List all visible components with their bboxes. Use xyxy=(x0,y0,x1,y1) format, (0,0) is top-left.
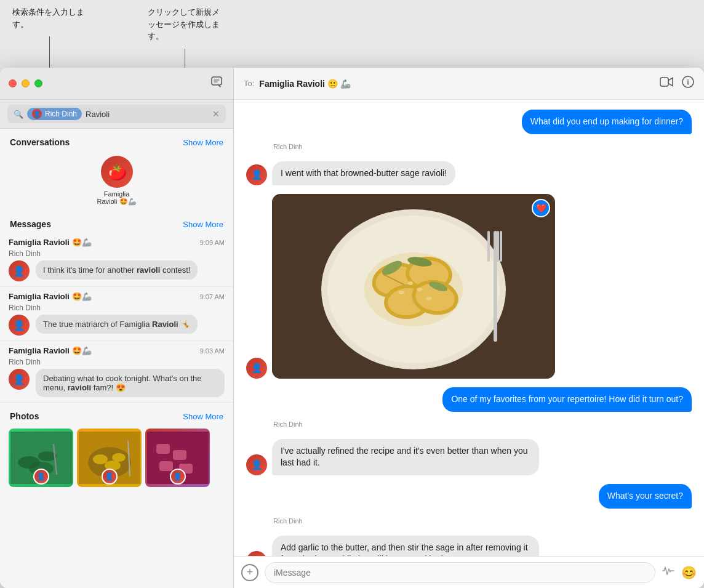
sender-avatar: 👤 xyxy=(246,454,267,475)
minimize-button[interactable] xyxy=(22,79,30,87)
msg-item-header: Famiglia Ravioli 🤩🦾 9:03 AM xyxy=(9,346,225,355)
traffic-lights xyxy=(9,79,42,87)
svg-rect-40 xyxy=(487,231,490,262)
emoji-button[interactable]: 😊 xyxy=(681,565,697,580)
photos-section: Photos Show More xyxy=(0,403,233,497)
msg-group-name: Famiglia Ravioli 🤩🦾 xyxy=(9,346,92,355)
tooltip-area: 検索条件を入力します。 クリックして新規メッセージを作成します。 xyxy=(0,0,234,68)
message-row-sent: One of my favorites from your repertoire… xyxy=(246,387,692,412)
sidebar-content: Conversations Show More 🍅 FamigliaRaviol… xyxy=(0,129,233,588)
conversation-item[interactable]: 🍅 FamigliaRavioli 🤩🦾 xyxy=(0,151,233,211)
message-bubble-received: Add garlic to the butter, and then stir … xyxy=(272,536,539,556)
msg-avatar: 👤 xyxy=(9,369,30,390)
msg-group-name: Famiglia Ravioli 🤩🦾 xyxy=(9,238,92,247)
message-result-item[interactable]: Famiglia Ravioli 🤩🦾 9:09 AM Rich Dinh 👤 … xyxy=(0,233,233,287)
msg-bold-word: ravioli xyxy=(137,265,160,275)
message-bubble-sent: What's your secret? xyxy=(599,484,692,509)
photo-avatar: 👤 xyxy=(33,469,49,485)
svg-point-38 xyxy=(364,252,463,326)
photo-avatar: 👤 xyxy=(102,469,118,485)
conversation-avatar: 🍅 xyxy=(101,156,133,188)
sender-avatar: 👤 xyxy=(246,164,267,185)
sidebar: 🔍 👤 Rich Dinh ✕ Conversations Show More … xyxy=(0,68,234,588)
close-button[interactable] xyxy=(9,79,17,87)
compose-button[interactable] xyxy=(209,74,225,93)
search-tag-avatar: 👤 xyxy=(32,109,42,119)
message-row-received: 👤 I went with that browned-butter sage r… xyxy=(246,161,692,186)
audio-input-icon[interactable] xyxy=(662,565,675,579)
photos-grid: 👤 👤 xyxy=(0,425,233,491)
search-input[interactable] xyxy=(86,110,209,119)
svg-rect-0 xyxy=(212,77,222,85)
msg-item-header: Famiglia Ravioli 🤩🦾 9:07 AM xyxy=(9,292,225,301)
message-row-sent: What did you end up making for dinner? xyxy=(246,110,692,134)
message-bubble-sent: One of my favorites from your repertoire… xyxy=(442,387,692,412)
msg-bubble-preview: Debating what to cook tonight. What's on… xyxy=(36,369,225,397)
photo-thumbnail[interactable]: 👤 xyxy=(77,429,142,487)
msg-bold-word: ravioli xyxy=(68,383,91,392)
msg-avatar: 👤 xyxy=(9,260,30,281)
video-call-icon[interactable] xyxy=(660,77,673,90)
chat-messages: What did you end up making for dinner? R… xyxy=(234,100,704,556)
photo-thumbnail[interactable]: 👤 xyxy=(9,429,73,487)
search-tag-name: Rich Dinh xyxy=(45,110,77,118)
search-inner[interactable]: 🔍 👤 Rich Dinh ✕ xyxy=(7,105,226,123)
tooltip-right: クリックして新規メッセージを作成します。 xyxy=(148,6,222,42)
info-icon[interactable] xyxy=(682,76,694,91)
message-bubble-sent: What did you end up making for dinner? xyxy=(522,110,692,134)
message-result-item[interactable]: Famiglia Ravioli 🤩🦾 9:07 AM Rich Dinh 👤 … xyxy=(0,287,233,341)
message-row-photo: 👤 xyxy=(246,194,692,379)
photos-show-more[interactable]: Show More xyxy=(183,412,223,421)
photo-thumbnail[interactable]: 👤 xyxy=(145,429,210,487)
photos-title: Photos xyxy=(10,411,39,421)
search-icon: 🔍 xyxy=(14,110,23,119)
chat-panel: To: Famiglia Ravioli 🙂 🦾 xyxy=(234,68,704,588)
svg-rect-14 xyxy=(173,450,186,460)
message-bubble-received: I went with that browned-butter sage rav… xyxy=(272,161,455,186)
msg-time: 9:07 AM xyxy=(200,293,225,300)
search-bar: 🔍 👤 Rich Dinh ✕ xyxy=(0,100,233,129)
message-input[interactable] xyxy=(265,562,655,583)
msg-bubble-preview: The true matriarch of Famiglia Ravioli 🤸 xyxy=(36,315,198,334)
chat-input-bar: + 😊 xyxy=(234,556,704,588)
message-sender-label: Rich Dinh xyxy=(273,421,692,428)
msg-group-name: Famiglia Ravioli 🤩🦾 xyxy=(9,292,92,301)
msg-sender: Rich Dinh xyxy=(9,304,225,312)
svg-point-8 xyxy=(93,454,108,464)
conversations-section-header: Conversations Show More xyxy=(0,129,233,151)
search-clear-icon[interactable]: ✕ xyxy=(212,109,220,119)
msg-item-row: 👤 I think it's time for another ravioli … xyxy=(9,260,225,281)
msg-item-header: Famiglia Ravioli 🤩🦾 9:09 AM xyxy=(9,238,225,247)
msg-time: 9:09 AM xyxy=(200,239,225,246)
msg-bold-word: Ravioli xyxy=(152,320,178,329)
conversations-title: Conversations xyxy=(10,137,70,147)
message-sender-label: Rich Dinh xyxy=(273,517,692,525)
msg-time: 9:03 AM xyxy=(200,347,225,355)
app-window: 🔍 👤 Rich Dinh ✕ Conversations Show More … xyxy=(0,68,704,588)
chat-header: To: Famiglia Ravioli 🙂 🦾 xyxy=(234,68,704,100)
photo-avatar: 👤 xyxy=(170,469,186,485)
message-row-received: 👤 Add garlic to the butter, and then sti… xyxy=(246,536,692,556)
message-bubble-received: I've actually refined the recipe and it'… xyxy=(272,439,539,475)
message-result-item[interactable]: Famiglia Ravioli 🤩🦾 9:03 AM Rich Dinh 👤 … xyxy=(0,341,233,403)
photo-message-image: ❤️ xyxy=(272,194,555,379)
svg-point-10 xyxy=(112,453,126,462)
sidebar-titlebar xyxy=(0,68,233,100)
maximize-button[interactable] xyxy=(34,79,42,87)
message-sender-label: Rich Dinh xyxy=(273,143,692,150)
sender-avatar: 👤 xyxy=(246,551,267,556)
messages-section-header: Messages Show More xyxy=(0,211,233,233)
conversations-show-more[interactable]: Show More xyxy=(183,138,223,147)
messages-show-more[interactable]: Show More xyxy=(183,220,223,229)
add-attachment-button[interactable]: + xyxy=(241,564,258,581)
photo-message[interactable]: ❤️ xyxy=(272,194,555,379)
messages-title: Messages xyxy=(10,219,51,229)
message-row-received: 👤 I've actually refined the recipe and i… xyxy=(246,439,692,475)
search-tag: 👤 Rich Dinh xyxy=(27,108,82,120)
msg-bubble-preview: I think it's time for another ravioli co… xyxy=(36,260,198,280)
svg-rect-41 xyxy=(497,231,499,262)
msg-item-row: 👤 The true matriarch of Famiglia Ravioli… xyxy=(9,315,225,336)
svg-rect-15 xyxy=(159,461,173,471)
conversation-name: FamigliaRavioli 🤩🦾 xyxy=(97,190,136,206)
sender-avatar: 👤 xyxy=(246,358,267,379)
